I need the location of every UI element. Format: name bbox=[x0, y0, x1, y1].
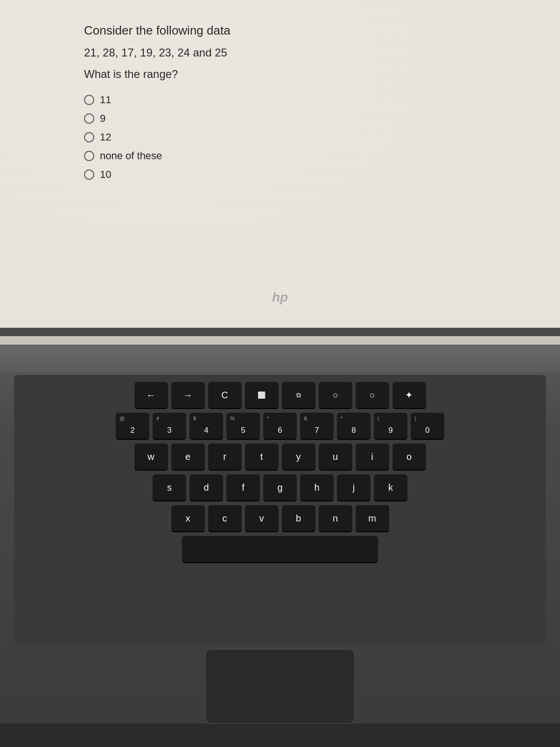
key-space[interactable] bbox=[182, 536, 378, 563]
key-f[interactable]: f bbox=[226, 474, 260, 501]
key-forward[interactable]: → bbox=[171, 382, 205, 409]
option-label-3: 12 bbox=[100, 131, 111, 143]
key-f4[interactable]: ⬜ bbox=[245, 382, 279, 409]
key-x[interactable]: x bbox=[171, 505, 205, 532]
key-row-asdf: s d f g h j k bbox=[19, 474, 541, 501]
key-n[interactable]: n bbox=[319, 505, 352, 532]
key-v[interactable]: v bbox=[245, 505, 279, 532]
laptop-screen: Consider the following data 21, 28, 17, … bbox=[0, 0, 560, 336]
screen-content: Consider the following data 21, 28, 17, … bbox=[75, 14, 401, 190]
key-m[interactable]: m bbox=[356, 505, 389, 532]
key-5[interactable]: % 5 bbox=[226, 413, 260, 440]
option-item-2[interactable]: 9 bbox=[84, 113, 392, 125]
key-6[interactable]: ^ 6 bbox=[263, 413, 297, 440]
key-row-qwerty: w e r t y u i o bbox=[19, 444, 541, 471]
key-f5[interactable]: ⧉ bbox=[282, 382, 315, 409]
key-y[interactable]: y bbox=[282, 444, 315, 471]
key-k[interactable]: k bbox=[374, 474, 407, 501]
key-7[interactable]: & 7 bbox=[300, 413, 334, 440]
key-d[interactable]: d bbox=[189, 474, 223, 501]
top-bar bbox=[0, 345, 560, 373]
key-0[interactable]: ) 0 bbox=[411, 413, 444, 440]
keyboard-container: ← → C ⬜ ⧉ ○ ○ ✦ bbox=[14, 375, 546, 644]
option-item-3[interactable]: 12 bbox=[84, 131, 392, 143]
key-3[interactable]: # 3 bbox=[153, 413, 186, 440]
key-row-fn: ← → C ⬜ ⧉ ○ ○ ✦ bbox=[19, 382, 541, 409]
key-s[interactable]: s bbox=[153, 474, 186, 501]
bottom-edge bbox=[0, 724, 560, 747]
key-4[interactable]: $ 4 bbox=[189, 413, 223, 440]
key-row-space bbox=[19, 536, 541, 563]
key-refresh[interactable]: C bbox=[208, 382, 242, 409]
radio-option-2[interactable] bbox=[84, 113, 94, 124]
key-u[interactable]: u bbox=[319, 444, 352, 471]
key-c[interactable]: c bbox=[208, 505, 242, 532]
key-f7[interactable]: ○ bbox=[356, 382, 389, 409]
hp-logo-text: hp bbox=[272, 290, 288, 305]
radio-option-4[interactable] bbox=[84, 151, 94, 161]
option-item-1[interactable]: 11 bbox=[84, 94, 392, 106]
option-label-2: 9 bbox=[100, 113, 105, 125]
key-8[interactable]: * 8 bbox=[337, 413, 371, 440]
key-g[interactable]: g bbox=[263, 474, 297, 501]
key-2[interactable]: @ 2 bbox=[116, 413, 149, 440]
keyboard-section: ← → C ⬜ ⧉ ○ ○ ✦ bbox=[0, 345, 560, 747]
option-item-5[interactable]: 10 bbox=[84, 169, 392, 181]
key-h[interactable]: h bbox=[300, 474, 334, 501]
radio-option-1[interactable] bbox=[84, 95, 94, 105]
option-label-1: 11 bbox=[100, 94, 111, 106]
option-item-4[interactable]: none of these bbox=[84, 150, 392, 162]
key-r[interactable]: r bbox=[208, 444, 242, 471]
key-o[interactable]: o bbox=[392, 444, 426, 471]
key-t[interactable]: t bbox=[245, 444, 279, 471]
touchpad[interactable] bbox=[205, 649, 355, 724]
radio-option-5[interactable] bbox=[84, 169, 94, 180]
question-title: Consider the following data bbox=[84, 23, 392, 38]
key-back[interactable]: ← bbox=[134, 382, 168, 409]
key-j[interactable]: j bbox=[337, 474, 371, 501]
key-b[interactable]: b bbox=[282, 505, 315, 532]
key-i[interactable]: i bbox=[356, 444, 389, 471]
data-set: 21, 28, 17, 19, 23, 24 and 25 bbox=[84, 46, 392, 59]
radio-option-3[interactable] bbox=[84, 132, 94, 142]
key-row-numbers: @ 2 # 3 $ 4 % 5 ^ 6 & 7 bbox=[19, 413, 541, 440]
question-text: What is the range? bbox=[84, 68, 392, 81]
option-label-5: 10 bbox=[100, 169, 111, 181]
key-9[interactable]: ( 9 bbox=[374, 413, 407, 440]
key-w[interactable]: w bbox=[134, 444, 168, 471]
hp-logo: hp bbox=[268, 286, 292, 309]
options-list: 11 9 12 none of these 10 bbox=[84, 94, 392, 181]
key-f6[interactable]: ○ bbox=[319, 382, 352, 409]
option-label-4: none of these bbox=[100, 150, 162, 162]
key-row-zxcv: x c v b n m bbox=[19, 505, 541, 532]
key-f8[interactable]: ✦ bbox=[392, 382, 426, 409]
key-e[interactable]: e bbox=[171, 444, 205, 471]
